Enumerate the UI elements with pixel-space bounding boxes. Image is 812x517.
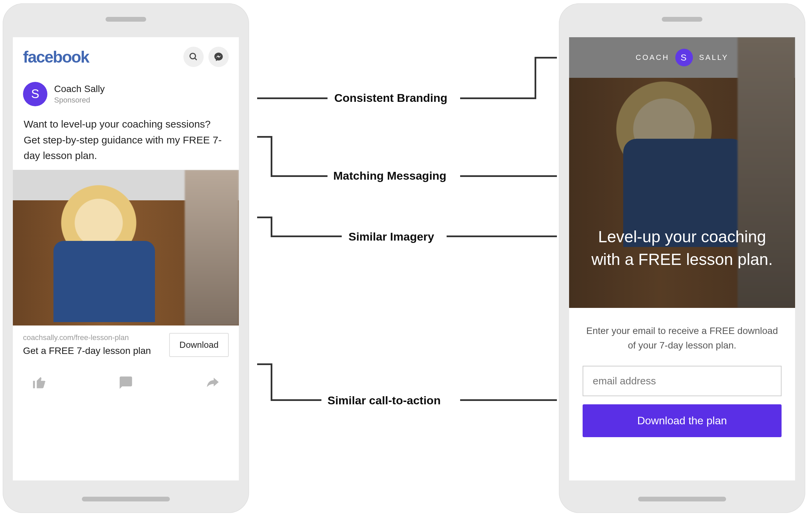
diagram-stage: facebook S Coach Sally Sponsored Want xyxy=(0,0,812,517)
facebook-header: facebook xyxy=(13,37,239,74)
landing-screen: COACH S SALLY Level-up your coaching wit… xyxy=(569,37,795,480)
like-icon xyxy=(32,375,47,390)
brand-first: COACH xyxy=(636,53,669,62)
post-image[interactable] xyxy=(13,170,239,325)
phone-frame-ad: facebook S Coach Sally Sponsored Want xyxy=(3,3,249,513)
comment-icon xyxy=(118,375,133,390)
email-field[interactable] xyxy=(583,366,782,396)
search-icon xyxy=(189,52,198,62)
brand-avatar: S xyxy=(675,49,693,66)
connector xyxy=(460,399,557,401)
connector xyxy=(447,235,557,237)
connector xyxy=(271,363,272,401)
link-text: coachsally.com/free-lesson-plan Get a FR… xyxy=(23,333,151,356)
download-plan-button[interactable]: Download the plan xyxy=(583,404,782,437)
sponsored-label: Sponsored xyxy=(54,96,105,105)
connector xyxy=(271,399,321,401)
post-header: S Coach Sally Sponsored xyxy=(13,74,239,109)
annotation-branding: Consistent Branding xyxy=(334,91,447,105)
phone-notch xyxy=(662,17,702,22)
search-button[interactable] xyxy=(183,47,204,67)
phone-frame-landing: COACH S SALLY Level-up your coaching wit… xyxy=(559,3,805,513)
annotation-messaging: Matching Messaging xyxy=(333,169,446,182)
comment-button[interactable] xyxy=(118,375,133,391)
photo-figure xyxy=(53,241,155,322)
page-name[interactable]: Coach Sally xyxy=(54,84,105,94)
facebook-logo: facebook xyxy=(23,48,89,66)
link-title: Get a FREE 7-day lesson plan xyxy=(23,345,151,356)
phone-notch xyxy=(106,17,146,22)
messenger-button[interactable] xyxy=(208,47,229,67)
connector xyxy=(257,136,271,138)
ad-screen: facebook S Coach Sally Sponsored Want xyxy=(13,37,239,480)
connector xyxy=(257,363,271,365)
landing-instruction: Enter your email to receive a FREE downl… xyxy=(569,308,795,356)
like-button[interactable] xyxy=(32,375,47,391)
connector xyxy=(460,97,535,99)
phone-homebar xyxy=(82,497,170,501)
landing-hero-image: COACH S SALLY Level-up your coaching wit… xyxy=(569,37,795,308)
phone-homebar xyxy=(638,497,726,501)
landing-brand: COACH S SALLY xyxy=(569,49,795,66)
connector xyxy=(257,97,328,99)
post-meta: Coach Sally Sponsored xyxy=(54,84,105,105)
connector xyxy=(535,57,557,59)
link-card[interactable]: coachsally.com/free-lesson-plan Get a FR… xyxy=(13,325,239,360)
messenger-icon xyxy=(213,52,224,62)
page-avatar[interactable]: S xyxy=(23,82,47,106)
share-button[interactable] xyxy=(205,375,220,391)
download-button[interactable]: Download xyxy=(169,333,229,357)
connector xyxy=(535,57,536,99)
connector xyxy=(271,175,328,177)
brand-last: SALLY xyxy=(699,53,728,62)
svg-line-1 xyxy=(195,58,197,60)
connector xyxy=(460,175,557,177)
connector xyxy=(271,235,342,237)
connector xyxy=(271,217,272,237)
facebook-header-icons xyxy=(183,47,229,67)
photo-foreground xyxy=(185,170,239,325)
connector xyxy=(257,217,271,218)
annotation-imagery: Similar Imagery xyxy=(348,230,434,243)
svg-point-0 xyxy=(190,53,196,59)
link-url: coachsally.com/free-lesson-plan xyxy=(23,333,151,342)
post-actions xyxy=(13,360,239,395)
landing-headline: Level-up your coaching with a FREE lesso… xyxy=(569,225,795,271)
share-icon xyxy=(205,375,220,390)
post-text: Want to level-up your coaching sessions?… xyxy=(13,109,239,170)
connector xyxy=(271,136,272,177)
annotation-cta: Similar call-to-action xyxy=(328,394,441,407)
